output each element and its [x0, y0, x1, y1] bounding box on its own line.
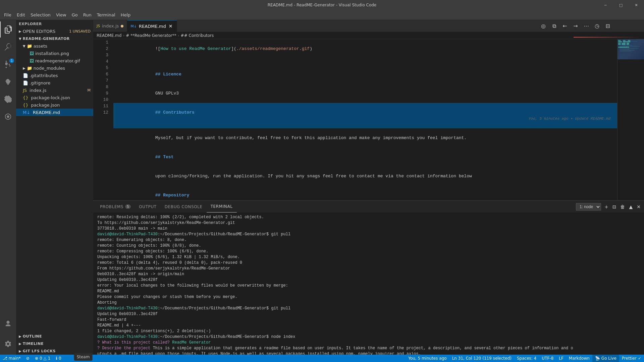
sidebar-item-indexjs[interactable]: JS index.js M — [16, 86, 93, 94]
info-count: 0 — [59, 356, 61, 361]
status-language[interactable]: Markdown — [566, 355, 592, 362]
activity-settings[interactable] — [0, 336, 16, 352]
project-section[interactable]: ▼ README-GENERATOR — [16, 35, 93, 42]
titlebar: README.md - ReadME-Generator - Visual St… — [0, 0, 644, 10]
breadcrumb-section2[interactable]: ## Contributors — [181, 33, 214, 38]
eol-text: LF — [559, 356, 564, 361]
tab-indexjs[interactable]: JS index.js — [93, 20, 127, 32]
maximize-button[interactable]: □ — [613, 0, 629, 10]
json-file-icon: {} — [23, 95, 29, 100]
status-prettier[interactable]: Prettier ✓ — [619, 355, 644, 362]
sidebar-item-readmegif[interactable]: 🖼 readmegenerator.gif — [16, 57, 93, 64]
tabbar: JS index.js M↓ README.md ✕ ◎ ⧉ ← → ⋯ ◷ ⊟ — [93, 20, 644, 32]
terminal-trash-icon[interactable]: 🗑 — [620, 203, 626, 210]
breadcrumb-section1[interactable]: # **ReadMe Generator** — [126, 33, 176, 38]
terminal-line: 3773818..0eb0310 main -> main — [97, 226, 640, 232]
status-encoding[interactable]: UTF-8 — [539, 355, 556, 362]
back-icon[interactable]: ← — [560, 21, 570, 31]
svg-point-0 — [7, 115, 9, 118]
editor-line-3: ## Licence — [113, 65, 644, 84]
status-blame[interactable]: You, 5 minutes ago — [406, 355, 449, 362]
terminal-line: david@david-ThinkPad-T430:~/Documents/Pr… — [97, 306, 640, 311]
chevron-down-icon3: ▼ — [23, 44, 25, 48]
menu-terminal[interactable]: Terminal — [94, 11, 118, 19]
split-editor-icon[interactable]: ⧉ — [549, 21, 559, 31]
chevron-right-icon3: ▶ — [19, 342, 21, 346]
info-icon: ℹ — [56, 356, 57, 361]
activity-extensions[interactable] — [0, 91, 16, 107]
open-editors-section[interactable]: ▶ OPEN EDITORS 1 UNSAVED — [16, 27, 93, 35]
tab-close-button[interactable]: ✕ — [168, 23, 173, 29]
sidebar-item-gitattributes[interactable]: 📄 .gitattributes — [16, 72, 93, 79]
indexjs-modified-badge: M — [88, 88, 91, 93]
menu-file[interactable]: File — [1, 11, 14, 19]
terminal-line: README.md | 4 +--- — [97, 323, 640, 328]
breadcrumb-file[interactable]: README.md — [97, 33, 121, 38]
close-button[interactable]: ✕ — [629, 0, 644, 10]
status-info[interactable]: ℹ 0 — [53, 355, 64, 362]
status-position[interactable]: Ln 31, Col 120 (119 selected) — [449, 355, 514, 362]
js-tab-icon: JS — [97, 24, 100, 28]
terminal-content[interactable]: remote: Resolving deltas: 100% (2/2), co… — [93, 213, 644, 355]
timeline-section[interactable]: ▶ TIMELINE — [16, 340, 93, 347]
terminal-name-select[interactable]: 1: node — [576, 203, 601, 210]
outline-section[interactable]: ▶ OUTLINE — [16, 333, 93, 340]
open-preview-icon[interactable]: ◷ — [592, 21, 602, 31]
terminal-tab-debug[interactable]: DEBUG CONSOLE — [161, 201, 207, 213]
status-eol[interactable]: LF — [556, 355, 566, 362]
status-golive[interactable]: 📡 Go Live — [592, 355, 619, 362]
menu-help[interactable]: Help — [118, 11, 133, 19]
status-branch[interactable]: ⎇ main* — [0, 355, 23, 362]
encoding-text: UTF-8 — [542, 356, 553, 361]
editor-scroll[interactable]: 1 2 3 4 5 6 7 8 9 10 11 12 — [93, 39, 644, 200]
terminal-split-icon[interactable]: ⊟ — [612, 203, 617, 210]
branch-label: main* — [9, 356, 21, 361]
explorer-label: EXPLORER — [19, 22, 42, 26]
spaces-text: Spaces: 4 — [517, 356, 536, 361]
activity-account[interactable] — [0, 316, 16, 332]
status-spaces[interactable]: Spaces: 4 — [514, 355, 539, 362]
activity-explorer[interactable] — [0, 21, 16, 38]
menu-run[interactable]: Run — [80, 11, 94, 19]
terminal-maximize-icon[interactable]: ▲ — [628, 203, 633, 210]
sidebar-item-packagejson[interactable]: {} package.json — [16, 101, 93, 109]
activity-source-control[interactable]: 1 — [0, 56, 16, 72]
terminal-line: To https://github.com/serjykalstryke/Rea… — [97, 220, 640, 226]
minimize-button[interactable]: ─ — [598, 0, 613, 10]
menu-selection[interactable]: Selection — [28, 11, 53, 19]
menu-view[interactable]: View — [53, 11, 69, 19]
more-actions-icon[interactable]: ⋯ — [582, 21, 591, 31]
gitlfs-section[interactable]: ▶ GIT LFS LOCKS — [16, 347, 93, 355]
position-text: Ln 31, Col 120 (119 selected) — [452, 356, 512, 361]
status-sync[interactable]: ⊘ — [23, 355, 32, 362]
status-errors[interactable]: ⊗ 0 △ 1 — [32, 355, 53, 362]
open-changes-icon[interactable]: ◎ — [539, 21, 548, 31]
terminal-new-icon[interactable]: + — [604, 203, 609, 210]
terminal-line: error: Your local changes to the followi… — [97, 283, 640, 289]
menubar: File Edit Selection View Go Run Terminal… — [0, 10, 644, 20]
file-icon: 📄 — [23, 73, 28, 78]
menu-go[interactable]: Go — [69, 11, 80, 19]
sidebar-item-readme[interactable]: M↓ README.md — [16, 109, 93, 116]
sidebar-item-assets[interactable]: ▼ 📁 assets — [16, 42, 93, 50]
editor-content[interactable]: 1 2 3 4 5 6 7 8 9 10 11 12 — [93, 39, 644, 200]
forward-icon[interactable]: → — [571, 21, 580, 31]
editor-line-7: ## Test — [113, 147, 644, 167]
activity-search[interactable] — [0, 39, 16, 55]
terminal-line: README.md — [97, 289, 640, 294]
sidebar-item-installation[interactable]: 🖼 installation.png — [16, 50, 93, 57]
split-editor-right-icon[interactable]: ⊟ — [603, 21, 612, 31]
sidebar-item-packagelock[interactable]: {} package-lock.json — [16, 94, 93, 101]
terminal-tab-output[interactable]: OUTPUT — [135, 201, 161, 213]
explorer-header[interactable]: EXPLORER ⋯ — [16, 20, 93, 27]
menu-edit[interactable]: Edit — [14, 11, 28, 19]
terminal-close-icon[interactable]: ✕ — [636, 203, 641, 210]
sidebar-item-gitignore[interactable]: 📄 .gitignore — [16, 79, 93, 86]
tab-readme[interactable]: M↓ README.md ✕ — [127, 20, 177, 32]
activity-remote[interactable] — [0, 109, 16, 125]
terminal-tab-problems[interactable]: PROBLEMS5 — [96, 201, 135, 213]
prettier-text: Prettier — [622, 356, 637, 361]
activity-debug[interactable] — [0, 74, 16, 90]
sidebar-item-nodemodules[interactable]: ▶ 📁 node_modules — [16, 64, 93, 72]
terminal-tab-terminal[interactable]: TERMINAL — [207, 201, 237, 213]
